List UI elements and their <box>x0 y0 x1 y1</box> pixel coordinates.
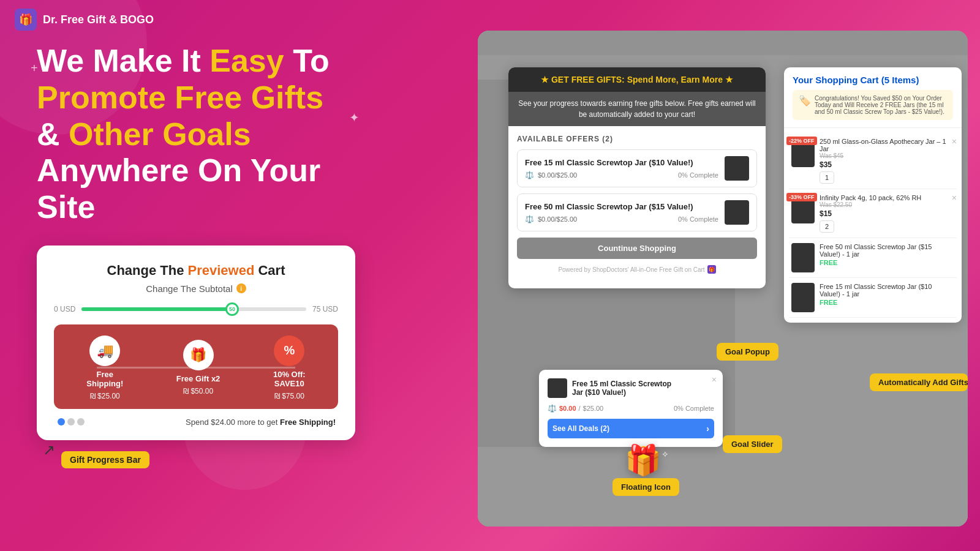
goal-slider: × Free 15 ml Classic ScrewtopJar ($10 Va… <box>539 370 723 447</box>
item-qty-2[interactable]: 2 <box>820 220 834 233</box>
item-name-2: Infinity Pack 4g, 10 pack, 62% RH <box>820 194 954 201</box>
gs-header: Free 15 ml Classic ScrewtopJar ($10 Valu… <box>548 378 714 398</box>
popup-subtext: See your progress towards earning free g… <box>508 92 766 126</box>
item-info-1: 250 ml Glass-on-Glass Apothecary Jar – 1… <box>820 138 954 184</box>
discount-icon: % <box>274 335 304 366</box>
progress-card: Change The Previewed Cart Change The Sub… <box>37 246 355 440</box>
gift-icon: 🎁 <box>183 340 214 370</box>
shipping-icon: 🚚 <box>89 335 120 366</box>
slider-fill <box>81 307 230 311</box>
offer-progress-2: ⚖️ $0.00/$25.00 0% Complete <box>525 215 718 223</box>
goal-popup-label: Goal Popup <box>717 343 778 361</box>
spend-text: Spend $24.00 more to get Free Shipping! <box>186 418 336 427</box>
item-free-3: FREE <box>820 259 954 266</box>
milestone-price-1: ₪ $25.00 <box>90 392 120 400</box>
remove-item-2[interactable]: × <box>952 193 957 203</box>
popup-header: ★ GET FREE GIFTS: Spend More, Earn More … <box>508 67 766 92</box>
item-name-4: Free 15 ml Classic Screwtop Jar ($10 Val… <box>820 283 954 298</box>
sparkle-2: ✧ <box>662 449 669 459</box>
offer-name-2: Free 50 ml Classic Screwtop Jar ($15 Val… <box>525 202 718 211</box>
offer-text-2: Free 50 ml Classic Screwtop Jar ($15 Val… <box>525 202 718 223</box>
gs-progress-row: ⚖️ $0.00 / $25.00 0% Complete <box>548 404 714 413</box>
progress-bar-callout-wrap: ↗ Gift Progress Bar <box>37 446 380 468</box>
progress-bottom: Spend $24.00 more to get Free Shipping! <box>54 418 338 427</box>
milestones-bar: 🚚 FreeShipping! ₪ $25.00 🎁 Free Gift x2 … <box>54 324 338 409</box>
gs-product-img <box>548 378 567 398</box>
offer-pct-1: 0% Complete <box>678 171 718 179</box>
card-title: Change The Previewed Cart <box>54 263 338 279</box>
item-info-4: Free 15 ml Classic Screwtop Jar ($10 Val… <box>820 283 954 306</box>
remove-item-1[interactable]: × <box>952 137 957 146</box>
arrow-right-icon: › <box>706 424 709 433</box>
footer-logo-icon: 🎁 <box>707 265 716 274</box>
slider-min: 0 USD <box>54 305 75 313</box>
cart-title: Your Shopping Cart (5 Items) <box>793 75 953 85</box>
item-price-2: $15 <box>820 209 954 218</box>
arrow-icon: ↗ <box>43 441 55 459</box>
slider-track[interactable]: 50 <box>81 307 306 311</box>
mockup-background: ★ GET FREE GIFTS: Spend More, Earn More … <box>478 31 968 527</box>
milestone-label-3: 10% Off:SAVE10 <box>273 370 306 388</box>
hero-section: We Make It Easy To Promote Free Gifts & … <box>37 43 380 468</box>
dot-2 <box>67 418 75 425</box>
sparkle-1: ✦ <box>655 437 665 451</box>
bar-icon-1: ⚖️ <box>525 171 534 179</box>
floating-gift: 🎁 ✦ ✧ <box>625 443 662 478</box>
slider-max: 75 USD <box>312 305 338 313</box>
auto-add-gifts-label: Automatically Add Gifts To Cart <box>870 373 968 391</box>
continue-shopping-button[interactable]: Countinue Shopping <box>517 238 757 259</box>
gs-left: ⚖️ $0.00 / $25.00 <box>548 404 603 413</box>
item-free-4: FREE <box>820 299 954 306</box>
badge-1: -22% OFF <box>786 137 817 145</box>
offers-title: AVAILABLE OFFERS (2) <box>517 135 757 143</box>
offer-item-2: Free 50 ml Classic Screwtop Jar ($15 Val… <box>517 193 757 231</box>
item-img-4 <box>791 283 815 312</box>
offer-name-1: Free 15 ml Classic Screwtop Jar ($10 Val… <box>525 158 718 167</box>
milestone-price-3: ₪ $75.00 <box>274 392 304 400</box>
milestone-price-2: ₪ $50.00 <box>183 387 213 395</box>
see-all-deals-label: See All Deals (2) <box>552 424 609 433</box>
milestone-divider <box>97 367 296 369</box>
item-info-2: Infinity Pack 4g, 10 pack, 62% RH Was $2… <box>820 194 954 233</box>
item-info-3: Free 50 ml Classic Screwtop Jar ($15 Val… <box>820 243 954 266</box>
see-all-deals-button[interactable]: See All Deals (2) › <box>548 419 714 438</box>
mockup-section: ★ GET FREE GIFTS: Spend More, Earn More … <box>478 31 968 527</box>
bar-icon-2: ⚖️ <box>525 215 534 223</box>
cart-items-list: -22% OFF 250 ml Glass-on-Glass Apothecar… <box>784 128 962 323</box>
popup-body: AVAILABLE OFFERS (2) Free 15 ml Classic … <box>508 126 766 288</box>
floating-icon-label: Floating Icon <box>612 478 679 496</box>
progress-dots <box>56 418 86 425</box>
item-name-1: 250 ml Glass-on-Glass Apothecary Jar – 1… <box>820 138 954 152</box>
floating-icon-wrap[interactable]: 🎁 ✦ ✧ <box>625 443 662 478</box>
store-header-bar <box>478 31 968 55</box>
offer-progress-1: ⚖️ $0.00/$25.00 0% Complete <box>525 171 718 179</box>
offer-progress-text-1: $0.00/$25.00 <box>538 171 577 179</box>
dot-1 <box>58 418 65 425</box>
item-was-1: Was $45 <box>820 152 954 159</box>
item-name-3: Free 50 ml Classic Screwtop Jar ($15 Val… <box>820 243 954 258</box>
offer-bar-wrap-1: ⚖️ $0.00/$25.00 <box>525 171 577 179</box>
gs-total: $25.00 <box>583 405 604 412</box>
item-img-3 <box>791 243 815 272</box>
gs-price: $0.00 <box>559 405 576 412</box>
item-price-1: $35 <box>820 160 954 169</box>
item-was-2: Was $22.50 <box>820 201 954 208</box>
offer-progress-text-2: $0.00/$25.00 <box>538 216 577 223</box>
offer-img-2 <box>725 200 749 225</box>
item-qty-1[interactable]: 1 <box>820 171 834 184</box>
cart-congrats: 🏷️ Congratulations! You Saved $50 on You… <box>793 90 953 120</box>
offer-img-1 <box>725 156 749 181</box>
popup-footer: Powered by ShopDoctors' All-in-One Free … <box>517 265 757 280</box>
gs-title: Free 15 ml Classic ScrewtopJar ($10 Valu… <box>572 380 671 397</box>
goal-slider-close[interactable]: × <box>712 375 717 384</box>
dot-3 <box>77 418 85 425</box>
subtotal-label: Change The Subtotal i <box>54 283 338 294</box>
offer-text-1: Free 15 ml Classic Screwtop Jar ($10 Val… <box>525 158 718 179</box>
cart-item-3: Free 50 ml Classic Screwtop Jar ($15 Val… <box>789 238 957 278</box>
main-heading: We Make It Easy To Promote Free Gifts & … <box>37 43 380 226</box>
goal-slider-label: Goal Slider <box>723 435 782 453</box>
offer-pct-2: 0% Complete <box>678 216 718 223</box>
slider-thumb[interactable]: 50 <box>225 302 239 316</box>
cart-item-2: -33% OFF Infinity Pack 4g, 10 pack, 62% … <box>789 189 957 238</box>
gs-pct: 0% Complete <box>674 405 714 412</box>
